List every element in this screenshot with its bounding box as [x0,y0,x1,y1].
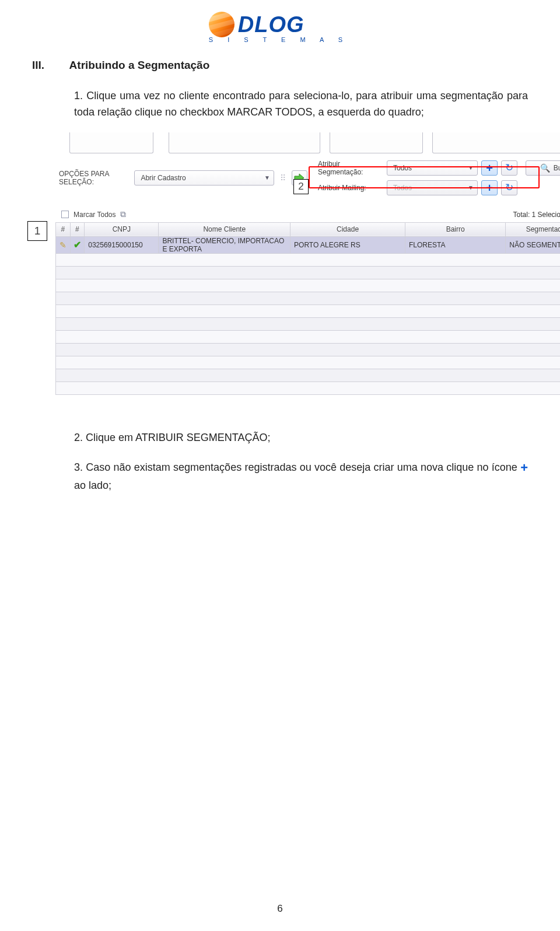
th-segmentacao[interactable]: Segmentacao [506,222,560,236]
atribuir-segmentacao-label: Atribuir Segmentação: [318,160,383,176]
callout-box-2: 2 [293,179,309,194]
refresh-icon: ↻ [505,162,513,174]
refresh-icon: ↻ [505,181,513,194]
step-text: Clique uma vez no cliente encontrado par… [74,90,528,118]
check-icon[interactable]: ✔ [74,240,81,250]
paragraph-2: 2. Clique em ATRIBUIR SEGMENTAÇÃO; [74,430,528,446]
th-nome-cliente[interactable]: Nome Cliente [159,222,290,236]
copy-icon[interactable]: ⧉ [120,209,126,219]
table-row [56,356,561,369]
th-hash2[interactable]: # [70,222,85,236]
opcoes-value: Abrir Cadastro [141,174,186,182]
step-number: 1. [74,90,83,102]
marcar-todos-label: Marcar Todos [74,211,116,219]
table-row[interactable]: ✎ ✔ 03256915000150 BRITTEL- COMERCIO, IM… [56,236,561,253]
section-title: Atribuindo a Segmentação [69,59,210,71]
table-row [56,253,561,266]
table-row [56,266,561,279]
totals-label: Total: 1 Selecionados: 1 [513,211,560,219]
edit-icon[interactable]: ✎ [60,240,66,250]
table-row [56,330,561,343]
table-row [56,369,561,382]
cell-cidade: PORTO ALEGRE RS [290,236,405,253]
cell-nome: BRITTEL- COMERCIO, IMPORTACAO E EXPORTA [159,236,290,253]
logo-sphere-icon [209,12,235,37]
logo-text: DLOG [238,13,304,36]
opcoes-para-selecao-dropdown[interactable]: Abrir Cadastro ▼ [134,170,274,186]
logo-subtitle: S I S T E M A S [209,36,351,43]
cell-segmentacao: NÃO SEGMENTADO [506,236,560,253]
th-hash[interactable]: # [56,222,71,236]
page-number: 6 [0,903,560,915]
refresh-segmentacao-button[interactable]: ↻ [501,160,517,176]
atribuir-segmentacao-dropdown[interactable]: Todos ▼ [387,160,478,176]
step-text-b: ao lado; [74,480,111,491]
table-row [56,317,561,330]
atribuir-segmentacao-value: Todos [393,164,412,172]
paragraph-1: 1. Clique uma vez no cliente encontrado … [74,88,528,121]
app-screenshot: 1 OPÇÕES PARA SELEÇÃO: Abrir Cadastro ▼ … [55,132,560,395]
section-number: III. [32,59,44,71]
search-icon: 🔍 [540,163,550,173]
buscar-label: Buscar [554,164,560,172]
plus-icon: + [486,182,493,194]
chevron-down-icon: ▼ [468,164,474,171]
step-number: 3. [74,461,83,473]
table-row [56,343,561,356]
callout-box-1: 1 [27,221,47,241]
table-row [56,382,561,394]
atribuir-mailing-label: Atribuir Mailing: [318,184,383,192]
cell-bairro: FLORESTA [405,236,506,253]
table-row [56,279,561,292]
chevron-down-icon: ▼ [264,174,270,181]
cutoff-filter-row [55,132,560,153]
atribuir-mailing-value: Todos [393,184,412,192]
plus-icon: + [486,162,493,174]
add-mailing-button[interactable]: + [481,180,498,195]
plus-icon: + [520,460,528,475]
clientes-table: # # CNPJ Nome Cliente Cidade Bairro Segm… [55,222,560,395]
step-text-a: Caso não existam segmentações registrada… [86,461,520,473]
opcoes-para-selecao-label: OPÇÕES PARA SELEÇÃO: [55,170,130,186]
atribuir-mailing-dropdown[interactable]: Todos ▼ [387,180,478,195]
cell-cnpj: 03256915000150 [85,236,159,253]
refresh-mailing-button[interactable]: ↻ [501,180,517,195]
marcar-todos-checkbox[interactable] [61,211,69,218]
buscar-button[interactable]: 🔍 Buscar [526,160,560,176]
table-row [56,292,561,304]
th-bairro[interactable]: Bairro [405,222,506,236]
paragraph-3: 3. Caso não existam segmentações registr… [74,458,528,494]
section-heading: III. Atribuindo a Segmentação [32,59,528,72]
add-segmentacao-button[interactable]: + [481,160,498,176]
logo: DLOG S I S T E M A S [32,12,528,44]
th-cidade[interactable]: Cidade [290,222,405,236]
table-row [56,304,561,317]
grip-icon: ⠿ [280,173,286,183]
th-cnpj[interactable]: CNPJ [85,222,159,236]
step-number: 2. [74,432,83,443]
step-text: Clique em ATRIBUIR SEGMENTAÇÃO; [86,432,270,443]
chevron-down-icon: ▼ [468,184,474,191]
